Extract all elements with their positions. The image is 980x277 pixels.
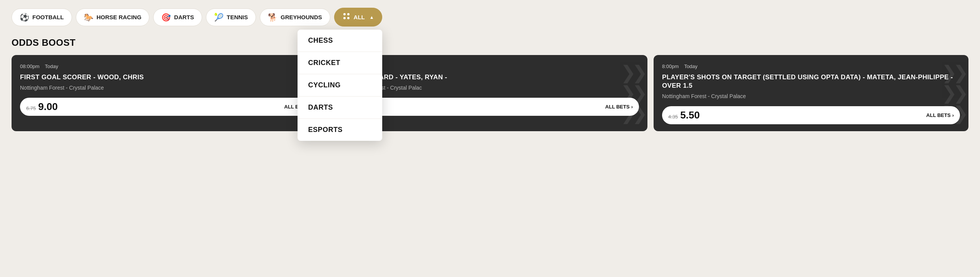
nav-item-label-tennis: TENNIS: [227, 14, 248, 20]
card-subtitle-3: Nottingham Forest - Crystal Palace: [662, 93, 960, 99]
card-time-2: 08:00pm Today: [341, 63, 639, 69]
card-bet-row-2[interactable]: 3.80 5.00 ALL BETS ›: [341, 98, 639, 116]
card-bet-row-3[interactable]: 4.35 5.50 ALL BETS ›: [662, 106, 960, 124]
sport-dropdown-menu: CHESSCRICKETCYCLINGDARTSESPORTS: [298, 30, 382, 141]
all-icon: [342, 12, 351, 22]
card-time-3: 8:00pm Today: [662, 63, 960, 69]
dropdown-item-darts[interactable]: DARTS: [298, 97, 382, 119]
card-odds-new-1: 9.00: [38, 101, 58, 113]
nav-item-greyhounds[interactable]: 🐕 GREYHOUNDS: [260, 8, 330, 26]
odds-boost-cards: 08:00pm Today FIRST GOAL SCORER - WOOD, …: [12, 55, 968, 131]
all-bets-arrow-icon: ›: [952, 112, 954, 118]
card-bet-row-1[interactable]: 6.75 9.00 ALL BETS ›: [20, 98, 318, 116]
nav-item-darts[interactable]: 🎯 DARTS: [153, 8, 202, 26]
card-odds-old-3: 4.35: [668, 114, 678, 120]
dropdown-item-cycling[interactable]: CYCLING: [298, 74, 382, 97]
card-odds-new-3: 5.50: [680, 109, 700, 121]
all-bets-label: ALL BETS: [926, 112, 950, 118]
greyhounds-icon: 🐕: [268, 13, 278, 22]
section-title: ODDS BOOST: [12, 37, 968, 48]
card-odds-1: 6.75 9.00: [26, 101, 58, 113]
football-icon: ⚽: [20, 13, 29, 22]
svg-point-0: [343, 13, 346, 15]
svg-point-3: [347, 17, 350, 19]
darts-icon: 🎯: [161, 13, 171, 22]
svg-point-1: [347, 13, 350, 15]
horse-racing-icon: 🐎: [84, 13, 94, 22]
all-label: ALL: [354, 14, 365, 20]
nav-item-label-darts: DARTS: [174, 14, 194, 20]
card-title-3: PLAYER'S SHOTS ON TARGET (SETTLED USING …: [662, 73, 960, 90]
bet-card-1: 08:00pm Today FIRST GOAL SCORER - WOOD, …: [12, 55, 326, 131]
card-subtitle-1: Nottingham Forest - Crystal Palace: [20, 85, 318, 91]
nav-item-football[interactable]: ⚽ FOOTBALL: [12, 8, 72, 26]
all-bets-label: ALL BETS: [605, 104, 629, 110]
dropdown-item-esports[interactable]: ESPORTS: [298, 119, 382, 141]
svg-point-2: [343, 17, 346, 19]
card-time-value: 8:00pm: [662, 63, 679, 69]
dropdown-item-chess[interactable]: CHESS: [298, 30, 382, 52]
nav-item-label-football: FOOTBALL: [32, 14, 64, 20]
tennis-icon: 🎾: [214, 13, 224, 22]
card-time-value: 08:00pm: [20, 63, 40, 69]
card-all-bets-2[interactable]: ALL BETS ›: [605, 104, 633, 110]
nav-item-label-horse-racing: HORSE RACING: [97, 14, 142, 20]
all-sports-button[interactable]: ALL ▲: [334, 8, 382, 27]
card-odds-old-1: 6.75: [26, 105, 36, 111]
card-title-1: FIRST GOAL SCORER - WOOD, CHRIS: [20, 73, 318, 82]
bet-card-3: 8:00pm Today PLAYER'S SHOTS ON TARGET (S…: [654, 55, 968, 131]
card-subtitle-2: Nottingham Forest - Crystal Palac: [341, 85, 639, 91]
all-dropdown-wrapper: ALL ▲ CHESSCRICKETCYCLINGDARTSESPORTS: [334, 8, 382, 27]
dropdown-item-cricket[interactable]: CRICKET: [298, 52, 382, 74]
chevron-up-icon: ▲: [370, 15, 374, 20]
card-day-value: Today: [45, 63, 59, 69]
nav-item-tennis[interactable]: 🎾 TENNIS: [206, 8, 256, 26]
card-odds-3: 4.35 5.50: [668, 109, 700, 121]
all-bets-arrow-icon: ›: [631, 104, 633, 110]
card-all-bets-3[interactable]: ALL BETS ›: [926, 112, 954, 118]
card-day-value: Today: [684, 63, 697, 69]
nav-item-label-greyhounds: GREYHOUNDS: [281, 14, 322, 20]
nav-item-horse-racing[interactable]: 🐎 HORSE RACING: [76, 8, 150, 26]
card-time-1: 08:00pm Today: [20, 63, 318, 69]
card-title-2: TO GET A CARD - YATES, RYAN -: [341, 73, 639, 82]
sport-nav: ⚽ FOOTBALL 🐎 HORSE RACING 🎯 DARTS 🎾 TENN…: [12, 8, 968, 27]
